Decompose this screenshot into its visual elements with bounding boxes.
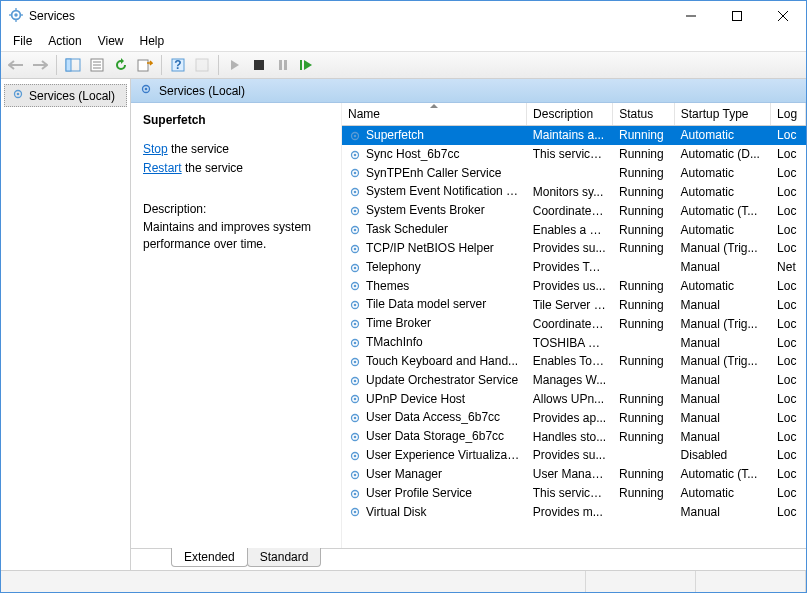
svg-point-53 xyxy=(354,360,357,363)
tab-extended[interactable]: Extended xyxy=(171,548,248,567)
toolbar: ? xyxy=(1,51,806,79)
svg-point-33 xyxy=(354,172,357,175)
svg-rect-20 xyxy=(254,60,264,70)
gear-icon xyxy=(348,374,362,388)
svg-rect-16 xyxy=(138,60,148,71)
col-status[interactable]: Status xyxy=(613,103,675,126)
svg-point-55 xyxy=(354,379,357,382)
gear-icon xyxy=(348,411,362,425)
gear-icon xyxy=(348,355,362,369)
gear-icon xyxy=(348,392,362,406)
gear-icon xyxy=(348,505,362,519)
menu-file[interactable]: File xyxy=(13,34,32,48)
svg-point-1 xyxy=(14,13,18,17)
menu-view[interactable]: View xyxy=(98,34,124,48)
svg-point-57 xyxy=(354,398,357,401)
table-row[interactable]: ThemesProvides us...RunningAutomaticLoc xyxy=(342,277,806,296)
table-row[interactable]: System Events BrokerCoordinates...Runnin… xyxy=(342,201,806,220)
table-row[interactable]: SuperfetchMaintains a...RunningAutomatic… xyxy=(342,126,806,145)
show-hide-tree-button[interactable] xyxy=(62,54,84,76)
stop-link[interactable]: Stop xyxy=(143,142,168,156)
gear-icon xyxy=(348,468,362,482)
selected-service-name: Superfetch xyxy=(143,113,329,127)
table-row[interactable]: User Data Storage_6b7ccHandles sto...Run… xyxy=(342,427,806,446)
help-button[interactable]: ? xyxy=(167,54,189,76)
close-button[interactable] xyxy=(760,1,806,31)
svg-point-69 xyxy=(354,511,357,514)
table-row[interactable]: SynTPEnh Caller ServiceRunningAutomaticL… xyxy=(342,164,806,183)
gear-icon xyxy=(348,148,362,162)
gear-icon xyxy=(348,430,362,444)
table-row[interactable]: User Data Access_6b7ccProvides ap...Runn… xyxy=(342,408,806,427)
svg-point-45 xyxy=(354,285,357,288)
table-row[interactable]: Touch Keyboard and Hand...Enables Tou...… xyxy=(342,352,806,371)
description-label: Description: xyxy=(143,201,329,218)
svg-rect-21 xyxy=(279,60,282,70)
export-list-button[interactable] xyxy=(134,54,156,76)
nav-item-services-local[interactable]: Services (Local) xyxy=(4,84,127,107)
svg-point-43 xyxy=(354,266,357,269)
gear-icon xyxy=(348,261,362,275)
svg-point-47 xyxy=(354,304,357,307)
table-row[interactable]: User ManagerUser Manag...RunningAutomati… xyxy=(342,465,806,484)
start-service-button[interactable] xyxy=(224,54,246,76)
table-row[interactable]: Sync Host_6b7ccThis service ...RunningAu… xyxy=(342,145,806,164)
menu-help[interactable]: Help xyxy=(140,34,165,48)
table-row[interactable]: TCP/IP NetBIOS HelperProvides su...Runni… xyxy=(342,239,806,258)
back-button[interactable] xyxy=(5,54,27,76)
stop-service-button[interactable] xyxy=(248,54,270,76)
svg-point-65 xyxy=(354,473,357,476)
col-description[interactable]: Description xyxy=(527,103,613,126)
window-title: Services xyxy=(29,9,668,23)
table-row[interactable]: Tile Data model serverTile Server f...Ru… xyxy=(342,295,806,314)
refresh-button[interactable] xyxy=(110,54,132,76)
svg-point-29 xyxy=(354,135,357,138)
table-row[interactable]: User Experience Virtualizatio...Provides… xyxy=(342,446,806,465)
table-row[interactable]: UPnP Device HostAllows UPn...RunningManu… xyxy=(342,390,806,409)
gear-icon xyxy=(139,82,153,99)
svg-rect-7 xyxy=(733,12,742,21)
table-row[interactable]: Virtual DiskProvides m...ManualLoc xyxy=(342,503,806,522)
table-row[interactable]: Update Orchestrator ServiceManages W...M… xyxy=(342,371,806,390)
table-row[interactable]: TelephonyProvides Tel...ManualNet xyxy=(342,258,806,277)
menu-action[interactable]: Action xyxy=(48,34,81,48)
help-topic-button[interactable] xyxy=(191,54,213,76)
gear-icon xyxy=(348,336,362,350)
forward-button[interactable] xyxy=(29,54,51,76)
view-tabs: Extended Standard xyxy=(131,548,806,570)
table-row[interactable]: System Event Notification S...Monitors s… xyxy=(342,182,806,201)
restart-link[interactable]: Restart xyxy=(143,161,182,175)
table-row[interactable]: TMachInfoTOSHIBA M...ManualLoc xyxy=(342,333,806,352)
svg-point-31 xyxy=(354,153,357,156)
col-logon[interactable]: Log xyxy=(771,103,806,126)
detail-pane: Superfetch Stop the service Restart the … xyxy=(131,103,341,548)
gear-icon xyxy=(348,449,362,463)
gear-icon xyxy=(348,204,362,218)
svg-rect-22 xyxy=(284,60,287,70)
statusbar xyxy=(1,570,806,592)
service-list: Name Description Status Startup Type Log… xyxy=(341,103,806,548)
col-startup[interactable]: Startup Type xyxy=(674,103,770,126)
pause-service-button[interactable] xyxy=(272,54,294,76)
table-row[interactable]: Time BrokerCoordinates...RunningManual (… xyxy=(342,314,806,333)
svg-point-41 xyxy=(354,247,357,250)
gear-icon xyxy=(11,87,25,104)
svg-point-49 xyxy=(354,323,357,326)
properties-button[interactable] xyxy=(86,54,108,76)
tab-standard[interactable]: Standard xyxy=(247,548,322,567)
app-icon xyxy=(9,8,23,25)
maximize-button[interactable] xyxy=(714,1,760,31)
restart-service-button[interactable] xyxy=(296,54,318,76)
col-name[interactable]: Name xyxy=(342,103,527,126)
gear-icon xyxy=(348,166,362,180)
minimize-button[interactable] xyxy=(668,1,714,31)
svg-point-61 xyxy=(354,436,357,439)
gear-icon xyxy=(348,298,362,312)
svg-point-63 xyxy=(354,455,357,458)
table-row[interactable]: User Profile ServiceThis service ...Runn… xyxy=(342,484,806,503)
gear-icon xyxy=(348,185,362,199)
menubar: File Action View Help xyxy=(1,31,806,51)
svg-point-25 xyxy=(17,93,20,96)
svg-rect-23 xyxy=(300,60,302,70)
table-row[interactable]: Task SchedulerEnables a us...RunningAuto… xyxy=(342,220,806,239)
